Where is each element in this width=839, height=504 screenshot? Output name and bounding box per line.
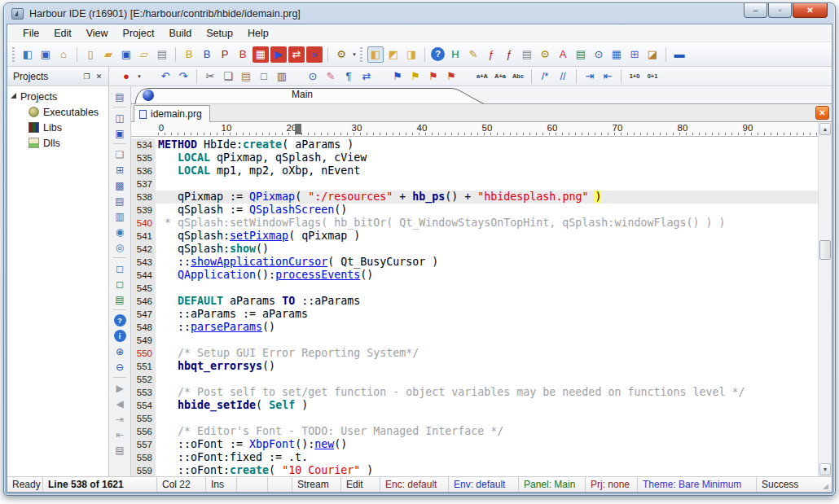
format-source-icon[interactable]: A (555, 46, 571, 63)
zoom-in-icon[interactable]: ⊕ (112, 344, 128, 359)
code-line[interactable]: 538 qPixmap := QPixmap( ":/resources" + … (131, 191, 818, 204)
themes-icon[interactable]: ▤ (573, 46, 589, 63)
compile-c-icon[interactable]: B (199, 46, 215, 63)
compile-icon[interactable]: B (181, 46, 197, 63)
statusbar-toggle-icon[interactable]: ▬ (671, 46, 687, 63)
column-select-icon[interactable]: ▥ (274, 68, 290, 85)
compile-res-icon[interactable]: B (235, 46, 251, 63)
code-line[interactable]: 541 qSplash:setPixmap( qPixmap ) (131, 230, 818, 243)
code-line[interactable]: 544 QApplication():processEvents() (131, 269, 818, 282)
menu-edit[interactable]: Edit (46, 26, 79, 41)
tools-icon[interactable]: ⚙ (333, 46, 349, 63)
new-file-icon[interactable]: ▯ (82, 46, 99, 63)
code-line[interactable]: 535 LOCAL qPixmap, qSplash, cView (131, 151, 818, 164)
view-right-panel-icon[interactable]: ◨ (403, 46, 420, 63)
exit-ide-icon[interactable]: ◧ (20, 46, 36, 63)
select-block-icon[interactable]: □ (256, 68, 272, 85)
to-string-icon[interactable]: 0+1 (644, 68, 661, 85)
to-upper-icon[interactable]: a+A (474, 68, 490, 85)
goto-first-icon[interactable]: ⇤ (112, 427, 128, 442)
bookmark-red-icon[interactable]: ⚑ (425, 68, 441, 85)
code-line[interactable]: 540 * qSplash:setWindowFlags( hb_bitOr( … (131, 217, 818, 230)
find-icon[interactable]: ⊙ (305, 68, 321, 85)
menu-view[interactable]: View (79, 26, 116, 41)
code-line[interactable]: 554 hbide_setIde( Self ) (131, 399, 818, 412)
bookmark-clear-icon[interactable]: ⚑ (443, 68, 459, 85)
pane-mid-icon[interactable]: ◻ (112, 276, 128, 291)
stream-comment-icon[interactable]: /* (537, 68, 553, 85)
cut-icon[interactable]: ✂ (202, 68, 218, 85)
docks-icon[interactable]: ◪ (644, 46, 661, 63)
menu-help[interactable]: Help (240, 26, 276, 41)
minimize-button[interactable]: – (744, 3, 767, 18)
maximize-view-icon[interactable]: ▩ (112, 177, 128, 193)
db-browse-icon[interactable]: ▦ (608, 46, 625, 63)
tab-idemain-prg[interactable]: idemain.prg (134, 105, 210, 122)
rebuild-launch-icon[interactable]: » (306, 46, 323, 63)
pane-left-icon[interactable]: ◻ (112, 261, 128, 276)
code-line[interactable]: 537 (131, 177, 818, 191)
function-tags-icon[interactable]: ƒ (501, 46, 517, 63)
menu-file[interactable]: File (15, 26, 46, 41)
help-icon[interactable]: ? (431, 47, 445, 61)
vertical-scrollbar[interactable]: ▲ ▼ (818, 122, 832, 476)
undo-icon[interactable]: ↶ (157, 68, 174, 85)
harbour-help-icon[interactable]: H (447, 46, 463, 63)
properties-icon[interactable]: ▤ (519, 46, 535, 63)
bookmark-blue-icon[interactable]: ⚑ (389, 68, 406, 85)
code-line[interactable]: 548 ::parseParams() (131, 321, 818, 334)
code-line[interactable]: 545 (131, 282, 818, 295)
invert-case-icon[interactable]: Abc (510, 68, 526, 85)
compile-ppo-icon[interactable]: P (217, 46, 233, 63)
to-numeric-icon[interactable]: 1+0 (626, 68, 643, 85)
browser-view-icon[interactable]: ◉ (112, 224, 128, 239)
copy-icon[interactable]: ❏ (220, 68, 236, 85)
paste-icon[interactable]: ▤ (238, 68, 254, 85)
macro-record-icon[interactable]: ● (118, 68, 134, 85)
code-line[interactable]: 542 qSplash:show() (131, 243, 818, 256)
title-bar[interactable]: Harbour IDE (r16901) [E:/harbour/contrib… (4, 3, 835, 24)
code-line[interactable]: 534METHOD HbIde:create( aParams ) (131, 138, 818, 151)
tile-view-icon[interactable]: ⊞ (112, 162, 128, 177)
db-grid-icon[interactable]: ⊞ (626, 46, 643, 63)
column-ruler[interactable]: 0102030405060708090 (131, 122, 832, 137)
show-desktop-icon[interactable]: ▣ (37, 46, 54, 63)
code-line[interactable]: 558 ::oFont:fixed := .t. (131, 451, 818, 464)
tree-item-libs[interactable]: Libs (7, 120, 108, 135)
code-line[interactable]: 556 /* Editor's Font - TODO: User Manage… (131, 425, 818, 438)
close-button[interactable]: ✕ (793, 3, 828, 18)
code-line[interactable]: 553 /* Post self to set/get function - o… (131, 386, 818, 399)
rows-view-icon[interactable]: ▤ (112, 193, 128, 208)
quick-note-icon[interactable]: ✎ (465, 46, 481, 63)
save-icon[interactable]: ▣ (112, 125, 128, 141)
code-line[interactable]: 555 (131, 412, 818, 425)
close-tab-button[interactable]: ✕ (815, 106, 829, 120)
code-line[interactable]: 547 ::aParams := aParams (131, 308, 818, 321)
macro-record-dropdown-icon[interactable]: ▾ (135, 73, 143, 80)
function-list-icon[interactable]: ƒ (483, 46, 499, 63)
build-launch-icon[interactable]: ▶ (270, 46, 287, 63)
code-line[interactable]: 559 ::oFont:create( "10 Courier" ) (131, 464, 818, 476)
tree-item-dlls[interactable]: Dlls (7, 135, 108, 151)
columns-view-icon[interactable]: ▥ (112, 208, 128, 224)
bookmark-gold-icon[interactable]: ⚑ (407, 68, 424, 85)
tree-item-executables[interactable]: Executables (7, 104, 108, 120)
tree-root-projects[interactable]: Projects (7, 89, 108, 104)
view-bottom-panel-icon[interactable]: ◩ (385, 46, 402, 63)
line-comment-icon[interactable]: // (555, 68, 571, 85)
browser-sync-icon[interactable]: ◎ (112, 239, 128, 255)
indent-left-icon[interactable]: ⇤ (600, 68, 616, 85)
close-panel-icon[interactable]: ✕ (93, 70, 105, 82)
scroll-down-icon[interactable]: ▼ (819, 463, 831, 476)
tab-view-icon[interactable]: ▤ (112, 89, 128, 104)
goto-last-icon[interactable]: ⇥ (112, 411, 128, 427)
code-line[interactable]: 543 ::showApplicationCursor( Qt_BusyCurs… (131, 256, 818, 269)
tab-main[interactable]: Main (253, 89, 351, 100)
goto-prev-icon[interactable]: ◀ (112, 396, 128, 411)
mark-icon[interactable]: ¶ (340, 68, 357, 85)
pane-bottom-icon[interactable]: ▤ (112, 291, 128, 307)
scroll-up-icon[interactable]: ▲ (819, 123, 831, 135)
code-line[interactable]: 552 (131, 373, 818, 386)
save-file-icon[interactable]: ▣ (118, 46, 134, 63)
toolbar-grip[interactable] (360, 47, 362, 62)
